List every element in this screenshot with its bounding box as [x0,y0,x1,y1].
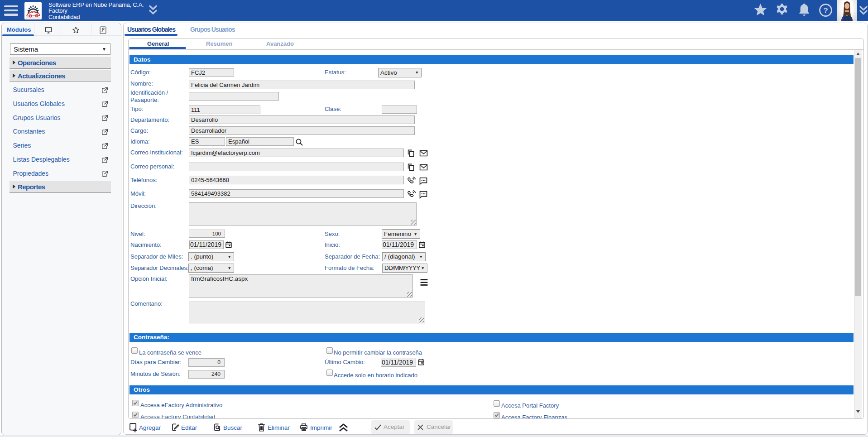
svg-text:?: ? [823,6,828,15]
